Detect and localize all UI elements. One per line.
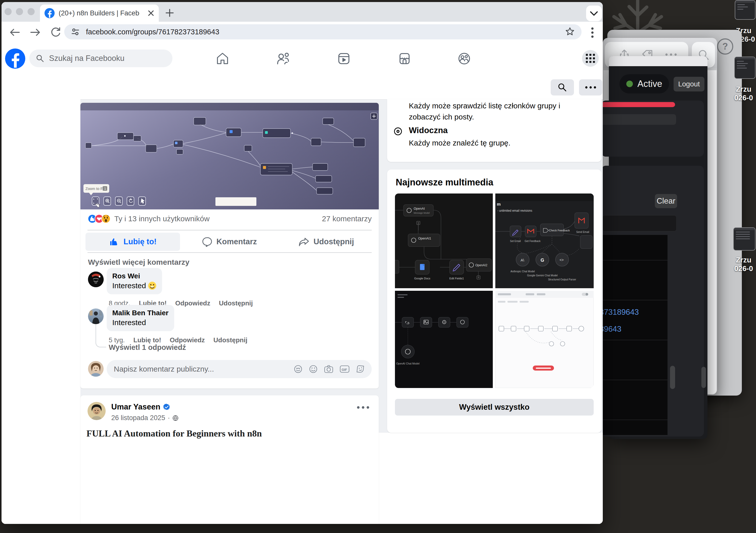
scrollbar-thumb[interactable] [701,367,706,388]
comment-like-link[interactable]: Lubię to! [133,336,161,344]
svg-text:Check Feedback: Check Feedback [549,229,570,232]
window-titlebar[interactable] [609,56,708,66]
back-button[interactable] [9,27,20,38]
comment-button[interactable]: Komentarz [180,233,279,251]
browser-tab[interactable]: (20+) n8n Builders | Facebook [40,5,159,22]
commenter-avatar[interactable] [88,308,104,324]
post-card: Zoom to Fit 1 [80,103,379,389]
svg-text:- unlimited email revisions: - unlimited email revisions [497,209,532,213]
svg-text:OpenAI Chat Model: OpenAI Chat Model [396,362,419,365]
marketplace-nav-icon[interactable] [397,52,412,66]
reaction-icons[interactable] [88,214,111,223]
media-thumbnail[interactable]: OpenAI Message Model OpenAI1 OpenAI2 Goo… [395,193,493,288]
window-zoom-button[interactable] [28,8,35,15]
help-button[interactable]: ? [717,38,733,55]
bookmark-star-icon[interactable] [565,27,575,37]
share-arrow-icon [298,237,309,247]
friends-nav-icon[interactable] [276,52,290,66]
visibility-title: Widoczna [409,126,448,135]
commenter-name[interactable]: Ros Wei [112,271,156,281]
comment-reply-link[interactable]: Odpowiedz [175,299,210,307]
input-field[interactable] [602,215,677,231]
reactions-summary[interactable]: Ty i 13 innych użytkowników [114,215,210,223]
desktop-icon-label: Zrzu026-0 [730,85,756,102]
post-menu-button[interactable] [357,406,370,409]
facebook-header: Szukaj na Facebooku [2,42,603,75]
status-badge: Active [619,74,669,93]
window-close-button[interactable] [5,8,12,15]
comment-text: Interested [112,317,146,328]
tab-close-icon[interactable] [148,10,154,16]
panel [601,101,704,157]
grinning-emoji [148,281,156,290]
comment-composer[interactable]: Napisz komentarz publiczny... [107,360,372,378]
svg-text:OpenAI1: OpenAI1 [418,237,431,240]
data-table[interactable]: 2373189643 189643 [603,235,667,435]
scrollbar-thumb[interactable] [670,366,675,389]
commenter-avatar[interactable] [88,271,104,287]
site-info-icon[interactable] [71,27,80,37]
comment-reply-link[interactable]: Odpowiedz [170,336,205,344]
facebook-search[interactable]: Szukaj na Facebooku [29,49,173,67]
chevron-down-icon [590,11,598,16]
avatar-sticker-icon[interactable] [294,365,302,373]
commenter-name[interactable]: Malik Ben Thaier [112,308,169,317]
view-all-media-button[interactable]: Wyświetl wszystko [395,399,594,416]
svg-text:GIF: GIF [341,368,347,371]
media-thumbnail[interactable]: m - unlimited email revisions [495,193,594,288]
input-bar[interactable] [602,114,676,125]
like-label: Lubię to! [123,237,157,246]
desktop-icon[interactable] [735,0,755,20]
share-button[interactable]: Udostępnij [279,233,374,251]
groups-nav-icon[interactable] [457,52,471,66]
post-date[interactable]: 26 listopada 2025 [111,414,165,422]
watch-nav-icon[interactable] [337,52,351,66]
media-thumbnail[interactable] [495,291,594,388]
home-nav-icon[interactable] [215,52,230,66]
svg-text:Message Model: Message Model [414,212,430,214]
apps-grid-icon [586,54,595,63]
globe-icon [173,415,178,421]
svg-text:Anthropic Chat Model: Anthropic Chat Model [510,270,535,273]
camera-icon[interactable] [324,365,333,373]
apps-menu-button[interactable] [582,50,599,67]
svg-text:<>: <> [559,258,564,262]
thumb-up-icon [109,237,119,247]
window-minimize-button[interactable] [16,8,23,15]
tab-search-button[interactable] [586,6,602,21]
like-button[interactable]: Lubię to! [86,233,180,251]
facebook-logo[interactable] [5,48,25,69]
comment-share-link[interactable]: Udostępnij [219,299,253,307]
post-photo[interactable]: Zoom to Fit 1 [80,103,379,209]
status-dot-icon [626,81,633,87]
clear-button[interactable]: Clear [655,194,677,208]
reactions-row: Ty i 13 innych użytkowników 27 komentarz… [88,213,372,224]
forward-button[interactable] [30,27,41,38]
comment-share-link[interactable]: Udostępnij [213,336,247,344]
author-name[interactable]: Umar Yaseen [111,402,160,412]
new-tab-button[interactable] [165,9,174,17]
emoji-icon[interactable] [309,365,317,373]
url-bar[interactable]: facebook.com/groups/761782373189643 [64,24,581,39]
group-search-button[interactable] [551,79,574,95]
view-more-comments[interactable]: Wyświetl więcej komentarzy [88,258,189,266]
author-avatar[interactable] [88,402,106,420]
svg-text:G: G [541,258,544,263]
reload-button[interactable] [50,27,61,38]
gif-icon[interactable]: GIF [340,365,349,373]
search-icon [36,54,44,63]
sticker-icon[interactable] [356,365,364,373]
desktop-icon[interactable] [734,57,755,79]
svg-text:Edit Fields1: Edit Fields1 [449,277,464,280]
composer-avatar[interactable] [88,361,104,377]
comment-time[interactable]: 5 tyg. [109,336,125,344]
logout-button[interactable]: Logout [674,77,704,91]
browser-menu-icon[interactable] [591,27,594,38]
view-reply-link[interactable]: Wyświetl 1 odpowiedź [109,343,186,352]
media-thumbnail[interactable]: OpenAI Chat Model [395,291,493,388]
group-more-button[interactable] [579,79,602,95]
background-window-dark[interactable]: Active Logout Clear 2373189643 189643 [609,56,708,439]
comments-count[interactable]: 27 komentarzy [322,215,372,223]
comment-text: Interested [112,281,146,291]
desktop-icon[interactable] [733,227,755,251]
